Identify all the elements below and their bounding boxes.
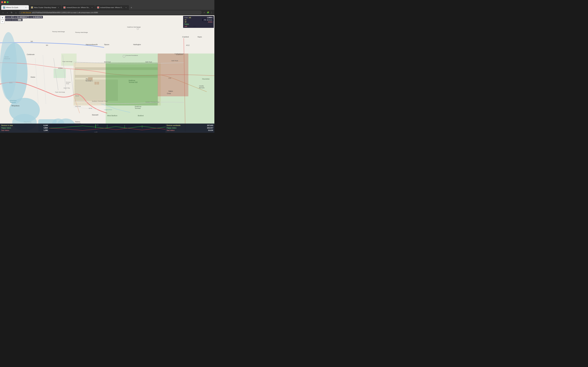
svg-text:A3044: A3044 bbox=[58, 67, 63, 69]
rate-row-delete: 'd' delete bbox=[184, 21, 213, 23]
map-background: M4 M25 A3044 M4 Harmondsworth Sipson Har… bbox=[0, 15, 214, 133]
happy-right-row: Happy status 222,017 bbox=[167, 127, 213, 129]
back-button[interactable]: ‹ bbox=[1, 11, 5, 14]
svg-rect-90 bbox=[95, 82, 97, 84]
svg-text:Longford River: Longford River bbox=[104, 109, 112, 110]
svg-text:Airport Way: Airport Way bbox=[64, 87, 70, 89]
map-controls: + − bbox=[1, 16, 4, 24]
tab-favicon-1: 🌍 bbox=[3, 6, 5, 8]
lng-label: Lng bbox=[29, 16, 32, 18]
coordinates-panel: Zoom 5 Lat 51.46939019 Lng -0.45465278 bbox=[5, 16, 43, 18]
svg-text:Hayes: Hayes bbox=[198, 36, 202, 38]
sad-right-row: Sad status 15,616 bbox=[167, 129, 213, 132]
tab-close-3[interactable]: ✕ bbox=[91, 6, 93, 8]
sad-label: sad bbox=[184, 25, 187, 27]
svg-text:Hatton: Hatton bbox=[168, 90, 173, 92]
svg-rect-89 bbox=[88, 77, 93, 80]
toolbar-icons: ☆ 🧩 ⋮ bbox=[203, 11, 213, 14]
devices-worldwide-label: Devices worldwide bbox=[167, 125, 181, 126]
tab-title-1: Where On Earth bbox=[6, 7, 24, 8]
address-input[interactable]: ⚠ Not Secure a91076d00ad1f4342befdaf380d… bbox=[19, 11, 201, 14]
tab-close-4[interactable]: ✕ bbox=[125, 6, 127, 8]
bookmark-icon[interactable]: ☆ bbox=[203, 11, 206, 14]
new-tab-button[interactable]: + bbox=[129, 6, 134, 10]
lat-box: Lat 51.46939019 bbox=[13, 16, 28, 18]
zoom-out-button[interactable]: − bbox=[1, 20, 4, 24]
lat-label: Lat bbox=[14, 16, 16, 18]
lng-box: Lng -0.45465278 bbox=[28, 16, 43, 18]
rate-row-sad: sad bbox=[184, 25, 213, 27]
warning-icon: ⚠ bbox=[21, 12, 22, 14]
tab-where-on-earth[interactable]: 🌍 Where On Earth ✕ bbox=[1, 5, 29, 10]
sad-left-value: 1,280 bbox=[43, 129, 48, 131]
svg-rect-91 bbox=[97, 82, 99, 84]
delete-label: delete bbox=[208, 21, 213, 23]
traffic-lights bbox=[1, 1, 9, 3]
svg-text:-1,100: -1,100 bbox=[94, 131, 97, 133]
svg-text:1,100: 1,100 bbox=[95, 124, 99, 126]
svg-text:M4: M4 bbox=[46, 44, 48, 46]
density-box: Device density 256 bbox=[5, 19, 23, 21]
forward-button[interactable]: › bbox=[6, 11, 9, 14]
svg-point-88 bbox=[0, 32, 17, 100]
density-label: Device density bbox=[6, 19, 17, 21]
svg-text:Bath Road: Bath Road bbox=[172, 60, 178, 61]
svg-text:Bath Road: Bath Road bbox=[146, 61, 152, 63]
devices-worldwide-row: Devices worldwide 237,633 bbox=[167, 124, 213, 127]
devices-worldwide-value: 237,633 bbox=[207, 125, 213, 126]
extensions-icon[interactable]: 🧩 bbox=[207, 11, 209, 14]
browser-chrome: 🌍 Where On Earth ✕ ⚡ Akka Cluster Shardi… bbox=[0, 0, 214, 15]
rate-panel: Rate +R +R 1,000/s 'c' create 'd' delete… bbox=[183, 16, 214, 28]
rate-shortcut: +R bbox=[188, 17, 191, 18]
minimize-button[interactable] bbox=[4, 1, 6, 3]
svg-text:Horton: Horton bbox=[31, 76, 35, 78]
map-container[interactable]: M4 M25 A3044 M4 Harmondsworth Sipson Har… bbox=[0, 15, 214, 133]
tab-close-1[interactable]: ✕ bbox=[25, 6, 27, 8]
zoom-label: Zoom bbox=[6, 16, 10, 18]
zoom-box: Zoom 5 bbox=[5, 16, 13, 18]
svg-text:Cross: Cross bbox=[167, 93, 171, 94]
tab-title-4: mckeeh3/woe-twin: Where On... bbox=[100, 7, 124, 8]
close-button[interactable] bbox=[1, 1, 3, 3]
svg-text:Thorney Interchange: Thorney Interchange bbox=[75, 32, 88, 33]
tab-woe-sim[interactable]: 🐙 mckeeh3/woe-sim: Where On... ✕ bbox=[61, 5, 95, 10]
svg-text:Stanwell: Stanwell bbox=[92, 114, 98, 116]
maximize-button[interactable] bbox=[7, 1, 9, 3]
zoom-in-button[interactable]: + bbox=[1, 16, 4, 20]
tab-akka[interactable]: ⚡ Akka Cluster Sharding Viewer ✕ bbox=[29, 5, 61, 10]
sad-left-row: Sad status 1,280 bbox=[1, 129, 48, 132]
tab-favicon-3: 🐙 bbox=[63, 6, 66, 8]
svg-text:Colnbrook: Colnbrook bbox=[27, 53, 35, 55]
svg-text:Southern Perimeter Road: Southern Perimeter Road bbox=[92, 100, 107, 102]
svg-text:Bath Road: Bath Road bbox=[104, 61, 111, 63]
rate-row-main: Rate +R +R 1,000/s bbox=[184, 17, 213, 19]
zoom-value: 5 bbox=[11, 16, 12, 18]
density-panel: Device density 256 bbox=[5, 19, 23, 21]
tab-woe-twin[interactable]: 🐙 mckeeh3/woe-twin: Where On... ✕ bbox=[95, 5, 129, 10]
sad-left-label: Sad status bbox=[1, 129, 9, 131]
devices-in-view-value: 6,144 bbox=[43, 125, 48, 126]
home-button[interactable]: ⌂ bbox=[14, 11, 18, 14]
sad-right-label: Sad status bbox=[167, 129, 174, 131]
svg-text:Road: Road bbox=[66, 83, 69, 84]
rate-row-happy: happy bbox=[184, 23, 213, 25]
svg-text:Park Road: Park Road bbox=[75, 106, 81, 107]
nav-buttons: ‹ › ↻ ⌂ bbox=[1, 11, 18, 14]
reload-button[interactable]: ↻ bbox=[10, 11, 13, 14]
svg-text:M4: M4 bbox=[31, 41, 33, 42]
happy-right-value: 222,017 bbox=[207, 127, 213, 129]
sad-right-value: 15,616 bbox=[208, 129, 213, 131]
not-secure-label: Not Secure bbox=[23, 12, 31, 13]
svg-text:A3113: A3113 bbox=[75, 95, 79, 97]
svg-text:A312: A312 bbox=[186, 44, 190, 46]
stats-right: Devices worldwide 237,633 Happy status 2… bbox=[165, 124, 214, 133]
tab-favicon-4: 🐙 bbox=[97, 6, 99, 8]
svg-text:Cavalry: Cavalry bbox=[199, 85, 204, 87]
settings-icon[interactable]: ⋮ bbox=[210, 11, 213, 14]
tab-close-2[interactable]: ✕ bbox=[57, 6, 60, 8]
devices-count-label: 256 devices bbox=[204, 19, 213, 21]
svg-text:Cranford Cross: Cranford Cross bbox=[174, 53, 184, 55]
tabs-bar: 🌍 Where On Earth ✕ ⚡ Akka Cluster Shardi… bbox=[0, 4, 214, 10]
not-secure-indicator: ⚠ Not Secure bbox=[21, 12, 31, 14]
rate-value: 1,000/s bbox=[207, 17, 213, 18]
